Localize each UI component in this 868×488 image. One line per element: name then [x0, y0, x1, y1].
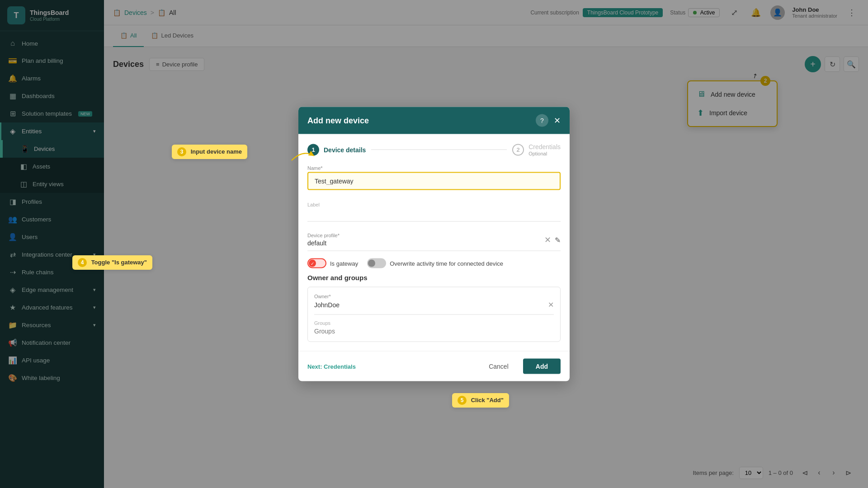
cancel-button[interactable]: Cancel — [480, 359, 518, 374]
device-profile-field: Device profile* ✕ ✎ — [307, 229, 561, 251]
owner-input-row: ✕ — [314, 300, 554, 309]
next-credentials-button[interactable]: Next: Credentials — [307, 363, 356, 370]
add-device-dialog: Add new device ? ✕ 1 Device details 2 Cr… — [298, 107, 570, 381]
dialog-help-button[interactable]: ? — [536, 114, 548, 127]
device-profile-edit-btn[interactable]: ✎ — [555, 235, 561, 244]
label-field: Label — [307, 197, 561, 222]
step-1: 1 Device details — [307, 144, 366, 155]
is-gateway-toggle[interactable]: ✓ — [307, 258, 326, 268]
device-profile-input[interactable] — [307, 239, 541, 247]
label-input[interactable] — [307, 209, 561, 216]
callout-5: 5 Click "Add" — [452, 393, 509, 408]
callout-3: 3 Input device name — [172, 145, 247, 159]
owner-section-title: Owner and groups — [307, 274, 561, 282]
dialog-body: 1 Device details 2 Credentials Optional … — [298, 134, 570, 351]
is-gateway-thumb: ✓ — [309, 260, 316, 267]
name-input[interactable] — [307, 172, 561, 190]
step-2: 2 Credentials Optional — [512, 143, 561, 156]
groups-input[interactable] — [314, 328, 554, 335]
overwrite-toggle[interactable] — [367, 258, 386, 268]
dialog-header: Add new device ? ✕ — [298, 107, 570, 134]
device-profile-clear-btn[interactable]: ✕ — [544, 235, 551, 245]
dialog-close-button[interactable]: ✕ — [554, 116, 561, 126]
step-line — [371, 150, 507, 150]
callout-4: 4 Toggle "Is gateway" — [72, 255, 152, 270]
owner-field: Owner* ✕ — [314, 294, 554, 315]
label-label: Label — [307, 202, 561, 207]
owner-area: Owner* ✕ Groups — [307, 287, 561, 342]
dialog-header-actions: ? ✕ — [536, 114, 561, 127]
toggle-row: ✓ Is gateway Overwrite activity time for… — [307, 258, 561, 268]
dialog-footer: Next: Credentials Cancel Add — [298, 351, 570, 381]
device-profile-label: Device profile* — [307, 233, 541, 238]
owner-input[interactable] — [314, 301, 548, 308]
owner-clear-btn[interactable]: ✕ — [548, 300, 554, 309]
overwrite-toggle-item[interactable]: Overwrite activity time for connected de… — [367, 258, 503, 268]
name-label: Name* — [307, 165, 561, 171]
add-button[interactable]: Add — [523, 359, 561, 374]
groups-field: Groups — [314, 320, 554, 335]
overwrite-thumb — [368, 260, 375, 267]
is-gateway-toggle-item[interactable]: ✓ Is gateway — [307, 258, 358, 268]
name-field: Name* — [307, 165, 561, 190]
dialog-stepper: 1 Device details 2 Credentials Optional — [307, 143, 561, 156]
